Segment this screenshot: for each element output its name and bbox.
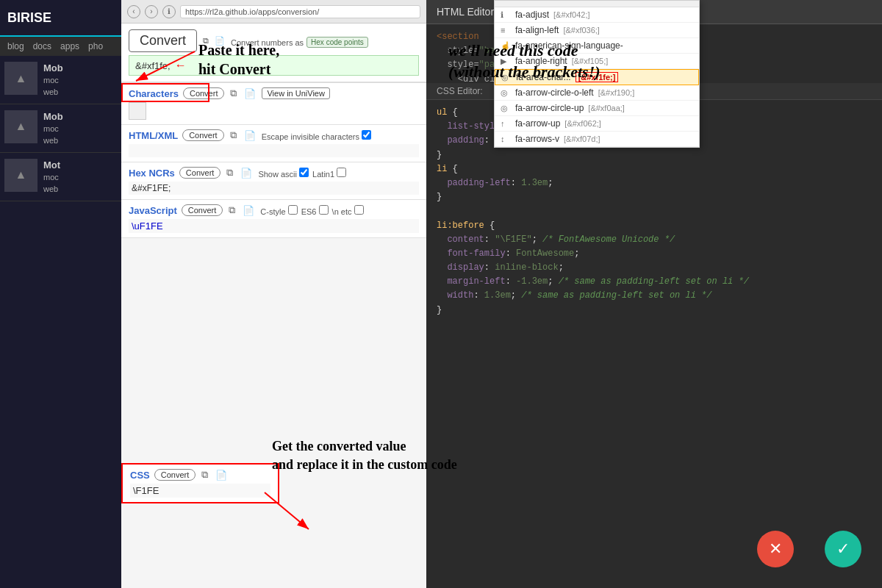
dropdown-code-7: [&#xf062;]: [564, 119, 601, 128]
sidebar-item-line2-1: web: [43, 135, 63, 146]
sidebar-item-0: ▲ Mob moc web: [0, 56, 121, 104]
html-xml-title: HTML/XML: [129, 130, 178, 141]
file-icon[interactable]: 📄: [215, 36, 225, 46]
js-nescape-checkbox[interactable]: [354, 205, 364, 215]
nav-blog[interactable]: blog: [7, 41, 24, 51]
hex-latin1-checkbox[interactable]: [337, 168, 346, 177]
cancel-icon: ✕: [769, 539, 782, 559]
characters-title: Characters: [129, 88, 179, 99]
css-convert-btn[interactable]: Convert: [154, 469, 196, 481]
characters-convert-btn[interactable]: Convert: [183, 87, 225, 99]
browser-back-btn[interactable]: ‹: [127, 5, 140, 18]
dropdown-item-2[interactable]: ☝ fa-american-sign-language-: [495, 38, 699, 54]
html-xml-escape-label: Escape invisible characters: [262, 132, 359, 141]
hex-ncrs-section: Hex NCRs Convert ⧉ 📄 Show ascii Latin1 &…: [121, 162, 426, 200]
css-value: \F1FE: [130, 484, 270, 498]
red-arrow-indicator: ←: [175, 59, 187, 72]
sidebar-item-line2-0: web: [43, 87, 63, 98]
js-es6-checkbox[interactable]: [319, 205, 329, 215]
hex-show-ascii-label: Show ascii: [258, 170, 297, 179]
css-line-3: }: [437, 148, 872, 162]
hex-ncrs-file-icon[interactable]: 📄: [239, 168, 254, 179]
hex-badge[interactable]: Hex code points: [306, 37, 368, 48]
hex-ncrs-convert-btn[interactable]: Convert: [179, 167, 221, 179]
dropdown-code-3: [&#xf105;]: [572, 57, 609, 65]
dropdown-name-3: fa-angle-right: [515, 56, 567, 66]
sidebar-item-line2-2: web: [43, 184, 60, 195]
view-in-uniview-btn[interactable]: View in UniView: [262, 87, 329, 99]
dropdown-item-5[interactable]: ◎ fa-arrow-circle-o-left [&#xf190;]: [495, 85, 699, 101]
dropdown-name-7: fa-arrow-up: [515, 118, 560, 129]
characters-copy-icon[interactable]: ⧉: [229, 87, 238, 99]
dropdown-name-6: fa-arrow-circle-up: [515, 103, 584, 113]
sidebar-item-line1-0: moc: [43, 75, 63, 86]
sidebar-item-title-1: Mob: [43, 110, 63, 123]
javascript-convert-btn[interactable]: Convert: [182, 204, 223, 216]
browser-url-bar[interactable]: https://rl2a.github.io/apps/conversion/: [180, 5, 420, 18]
html-xml-copy-icon[interactable]: ⧉: [229, 129, 238, 141]
js-nescape-label: \n etc: [332, 207, 352, 216]
dropdown-item-0[interactable]: ℹ fa-adjust [&#xf042;]: [495, 7, 699, 23]
sidebar-icon-2: ▲: [4, 159, 37, 192]
javascript-copy-icon[interactable]: ⧉: [227, 204, 237, 216]
dropdown-item-1[interactable]: ≡ fa-align-left [&#xf036;]: [495, 23, 699, 38]
hex-ncrs-value: &#xF1FE;: [129, 182, 419, 195]
nav-apps[interactable]: apps: [60, 41, 79, 51]
main-convert-button[interactable]: Convert: [129, 29, 197, 52]
css-line-10: font-family: FontAwesome;: [437, 247, 872, 261]
nav-docs[interactable]: docs: [33, 41, 51, 51]
dropdown-item-7[interactable]: ↑ fa-arrow-up [&#xf062;]: [495, 116, 699, 132]
css-line-6: }: [437, 190, 872, 204]
confirm-button[interactable]: ✓: [825, 531, 861, 567]
copy-icon[interactable]: ⧉: [203, 36, 209, 46]
css-file-icon[interactable]: 📄: [214, 470, 229, 481]
dropdown-name-2: fa-american-sign-language-: [515, 40, 623, 51]
css-copy-icon[interactable]: ⧉: [200, 469, 209, 481]
html-editor-title: HTML Editor:: [437, 6, 497, 18]
sidebar-icon-1: ▲: [4, 110, 37, 143]
characters-section: Characters Convert ⧉ 📄 View in UniView: [121, 83, 426, 125]
js-cstyle-checkbox[interactable]: [288, 205, 298, 215]
sidebar-item-title-0: Mob: [43, 62, 63, 75]
browser-forward-btn[interactable]: ›: [145, 5, 158, 18]
dropdown-item-8[interactable]: ↕ fa-arrows-v [&#xf07d;]: [495, 132, 699, 147]
characters-file-icon[interactable]: 📄: [243, 88, 257, 99]
dropdown-name-0: fa-adjust: [515, 10, 549, 20]
cancel-button[interactable]: ✕: [757, 531, 794, 567]
hex-ncrs-copy-icon[interactable]: ⧉: [225, 167, 234, 179]
dropdown-icon-1: ≡: [501, 26, 511, 35]
dropdown-icon-2: ☝: [501, 41, 511, 51]
dropdown-icon-4: ◎: [501, 73, 512, 82]
sidebar-item-2: ▲ Mot moc web: [0, 153, 121, 201]
javascript-value: \uF1FE: [129, 219, 419, 233]
dropdown-item-3[interactable]: ▶ fa-angle-right [&#xf105;]: [495, 54, 699, 69]
js-es6-label: ES6: [301, 207, 317, 216]
dropdown-code-6: [&#xf0aa;]: [588, 104, 625, 112]
hex-ascii-checkbox[interactable]: [299, 168, 309, 177]
dropdown-name-8: fa-arrows-v: [515, 134, 559, 144]
convert-numbers-label: Convert numbers as: [231, 38, 304, 47]
dropdown-item-4[interactable]: ◎ fa-area-char... [&#xf1fe;]: [495, 69, 699, 85]
css-line-9: content: "\F1FE"; /* FontAwesome Unicode…: [437, 233, 872, 247]
dropdown-header: [495, 1, 699, 7]
sidebar-icon-0: ▲: [4, 62, 37, 95]
html-xml-escape-checkbox[interactable]: [362, 130, 371, 140]
css-title: CSS: [130, 470, 150, 481]
js-c-style-label: C-style: [260, 207, 285, 216]
css-line-5: padding-left: 1.3em;: [437, 176, 872, 190]
javascript-file-icon[interactable]: 📄: [241, 205, 256, 216]
html-xml-section: HTML/XML Convert ⧉ 📄 Escape invisible ch…: [121, 125, 426, 162]
html-xml-convert-btn[interactable]: Convert: [182, 129, 224, 141]
convert-result-box: &#xf1fe; ←: [129, 55, 419, 76]
dropdown-item-6[interactable]: ◎ fa-arrow-circle-up [&#xf0aa;]: [495, 101, 699, 116]
html-xml-file-icon[interactable]: 📄: [243, 130, 257, 141]
sidebar-item-title-2: Mot: [43, 159, 60, 172]
dropdown-autocomplete: ℹ fa-adjust [&#xf042;] ≡ fa-align-left […: [494, 0, 700, 148]
dropdown-icon-5: ◎: [501, 88, 511, 98]
nav-pho[interactable]: pho: [88, 41, 103, 51]
browser-bar: ‹ › ℹ https://rl2a.github.io/apps/conver…: [121, 0, 426, 24]
dropdown-name-4: fa-area-char...: [516, 72, 571, 82]
brand-text: BIRISE: [7, 10, 51, 26]
hex-ncrs-title: Hex NCRs: [129, 168, 175, 179]
css-line-4: li {: [437, 162, 872, 176]
